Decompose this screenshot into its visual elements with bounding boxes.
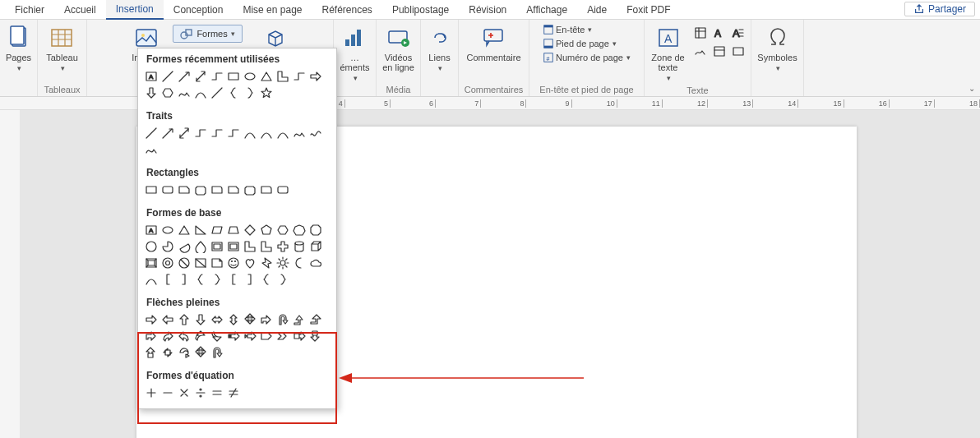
base-smiley[interactable] xyxy=(225,255,241,270)
line-double[interactable] xyxy=(176,125,192,141)
shape-brace-right[interactable] xyxy=(242,85,257,100)
eq-equal[interactable] xyxy=(209,385,224,400)
arrow-circular[interactable] xyxy=(176,344,192,360)
rect-snip2[interactable] xyxy=(192,182,208,197)
tab-foxit[interactable]: Foxit PDF xyxy=(617,1,680,19)
base-dblbrace-r[interactable] xyxy=(275,271,290,287)
base-nosymbol[interactable] xyxy=(176,255,192,270)
shape-star[interactable] xyxy=(258,85,274,100)
base-frame[interactable] xyxy=(209,238,224,254)
base-para[interactable] xyxy=(209,222,224,237)
rect-round-same[interactable] xyxy=(258,182,274,197)
arrow-callout-u[interactable] xyxy=(143,344,159,360)
tableau-button[interactable]: Tableau xyxy=(43,23,81,74)
base-bevel[interactable] xyxy=(143,255,159,270)
base-dbracket-r[interactable] xyxy=(242,271,257,287)
formes-button[interactable]: Formes ▾ xyxy=(173,25,242,43)
pied-button[interactable]: Pied de page xyxy=(539,37,620,50)
base-trap[interactable] xyxy=(225,222,241,237)
tab-fichier[interactable]: Fichier xyxy=(5,1,54,19)
base-foldcorner[interactable] xyxy=(209,255,224,270)
shape-triangle[interactable] xyxy=(258,68,274,84)
line-scribble[interactable] xyxy=(307,125,323,141)
base-arc[interactable] xyxy=(143,271,159,287)
signature-icon[interactable] xyxy=(693,43,709,58)
shape-l[interactable] xyxy=(275,68,290,84)
base-brace-r[interactable] xyxy=(209,271,224,287)
shape-oval[interactable] xyxy=(242,68,257,84)
arrow-callout-r[interactable] xyxy=(291,328,307,343)
tab-references[interactable]: Références xyxy=(312,1,382,19)
rect-round[interactable] xyxy=(159,182,175,197)
liens-button[interactable]: Liens xyxy=(423,23,456,74)
base-L[interactable] xyxy=(242,238,257,254)
line-freeform[interactable] xyxy=(291,125,307,141)
base-moon[interactable] xyxy=(291,255,307,270)
base-hexagon[interactable] xyxy=(275,222,290,237)
arrow-bent[interactable] xyxy=(258,311,274,327)
base-cube[interactable] xyxy=(307,238,323,254)
arrow-curved-r[interactable] xyxy=(159,328,175,343)
base-pentagon[interactable] xyxy=(258,222,274,237)
arrow-down[interactable] xyxy=(192,311,208,327)
arrow-left[interactable] xyxy=(159,311,175,327)
arrow-updown[interactable] xyxy=(225,311,241,327)
quickparts-icon[interactable] xyxy=(693,25,709,40)
arrow-notched[interactable] xyxy=(242,328,257,343)
datetime-icon[interactable] xyxy=(712,43,728,58)
entete-button[interactable]: En-tête xyxy=(539,23,595,36)
complements-button[interactable]: …éments xyxy=(336,23,372,84)
shape-connector[interactable] xyxy=(291,68,307,84)
arrow-curved-l[interactable] xyxy=(176,328,192,343)
line-free2[interactable] xyxy=(143,141,159,157)
share-button[interactable]: Partager xyxy=(904,2,975,16)
shape-hexagon[interactable] xyxy=(159,85,175,100)
base-brace-l[interactable] xyxy=(192,271,208,287)
line-elbow2[interactable] xyxy=(209,125,224,141)
base-sun[interactable] xyxy=(275,255,290,270)
base-bracket-l[interactable] xyxy=(159,271,175,287)
arrow-curved-u[interactable] xyxy=(192,328,208,343)
tab-affichage[interactable]: Affichage xyxy=(516,1,577,19)
base-can[interactable] xyxy=(291,238,307,254)
arrow-leftright[interactable] xyxy=(209,311,224,327)
shape-line-double[interactable] xyxy=(192,68,208,84)
rect-snip-diag[interactable] xyxy=(242,182,257,197)
eq-divide[interactable] xyxy=(192,385,208,400)
wordart-icon[interactable]: A xyxy=(712,25,728,40)
base-blockarc[interactable] xyxy=(192,255,208,270)
arrow-quad2[interactable] xyxy=(192,344,208,360)
base-oct[interactable] xyxy=(307,222,323,237)
shape-arrow-right[interactable] xyxy=(307,68,323,84)
rect[interactable] xyxy=(143,182,159,197)
base-heart[interactable] xyxy=(242,255,257,270)
pages-button[interactable]: Pages xyxy=(2,23,35,74)
rect-snip1[interactable] xyxy=(176,182,192,197)
base-textbox[interactable]: A xyxy=(143,222,159,237)
arrow-callout-quad[interactable] xyxy=(159,344,175,360)
tab-revision[interactable]: Révision xyxy=(459,1,516,19)
arrow-bentup[interactable] xyxy=(307,311,323,327)
arrow-pentagon[interactable] xyxy=(258,328,274,343)
zone-texte-button[interactable]: A Zone de texte xyxy=(648,23,687,84)
shape-arc[interactable] xyxy=(192,85,208,100)
shape-line2[interactable] xyxy=(209,85,224,100)
base-diamond[interactable] xyxy=(242,222,257,237)
base-L2[interactable] xyxy=(258,238,274,254)
line-arrow[interactable] xyxy=(159,125,175,141)
arrow-leftup[interactable] xyxy=(291,311,307,327)
base-dblbrace-l[interactable] xyxy=(258,271,274,287)
collapse-ribbon-button[interactable]: ⌄ xyxy=(968,84,975,93)
eq-minus[interactable] xyxy=(159,385,175,400)
tab-publipostage[interactable]: Publipostage xyxy=(382,1,459,19)
base-pie[interactable] xyxy=(159,238,175,254)
arrow-quad[interactable] xyxy=(242,311,257,327)
arrow-striped[interactable] xyxy=(225,328,241,343)
tab-accueil[interactable]: Accueil xyxy=(54,1,106,19)
arrow-bent2[interactable] xyxy=(143,328,159,343)
arrow-chevron[interactable] xyxy=(275,328,290,343)
tab-insertion[interactable]: Insertion xyxy=(106,0,164,20)
tab-conception[interactable]: Conception xyxy=(164,1,233,19)
line-curve2[interactable] xyxy=(258,125,274,141)
arrow-curved-d[interactable] xyxy=(209,328,224,343)
